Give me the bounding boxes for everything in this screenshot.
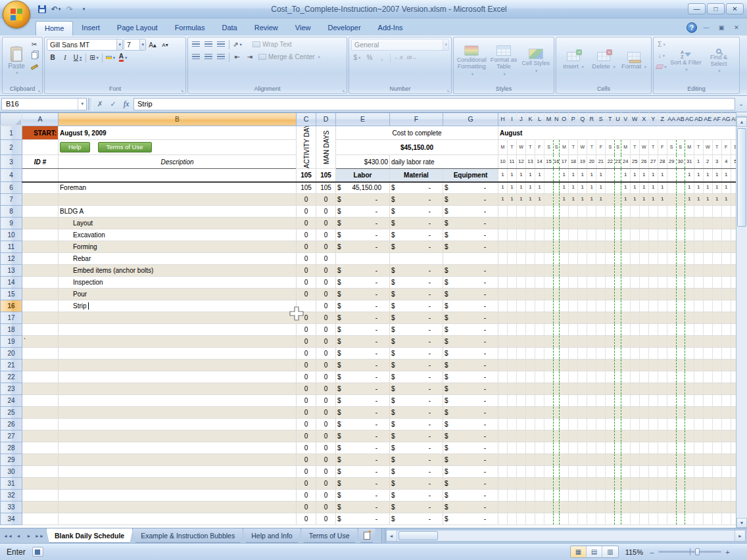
gantt-cell[interactable]: 1 (517, 194, 526, 206)
gantt-cell[interactable] (658, 218, 667, 229)
gantt-cell[interactable] (606, 383, 615, 395)
gantt-cell[interactable] (606, 206, 615, 218)
gantt-cell[interactable] (578, 407, 587, 419)
gantt-cell[interactable] (721, 348, 731, 360)
gantt-cell[interactable] (648, 265, 658, 277)
gantt-cell[interactable] (721, 312, 731, 324)
gantt-cell[interactable] (658, 419, 667, 431)
cell-B16[interactable]: Strip (59, 300, 297, 312)
restore-button[interactable]: □ (707, 3, 725, 14)
gantt-cell[interactable] (587, 348, 596, 360)
gantt-cell[interactable] (685, 277, 694, 289)
cell-E11[interactable]: $- (336, 241, 390, 253)
cell-D19[interactable]: 0 (316, 336, 336, 348)
cell-F15[interactable]: $- (390, 289, 443, 300)
cell-B9[interactable]: Layout (59, 218, 297, 229)
gantt-cell[interactable] (554, 371, 560, 383)
gantt-cell[interactable] (554, 348, 560, 360)
gantt-cell[interactable] (544, 218, 554, 229)
gantt-cell[interactable] (569, 206, 578, 218)
gantt-cell[interactable] (621, 348, 630, 360)
macro-record-icon[interactable] (32, 547, 43, 557)
cell-F9[interactable]: $- (390, 218, 443, 229)
gantt-cell[interactable] (606, 431, 615, 442)
gantt-cell[interactable] (535, 218, 544, 229)
gantt-cell[interactable] (615, 371, 621, 383)
gantt-cell[interactable]: 1 (596, 182, 606, 194)
gantt-cell[interactable] (648, 454, 658, 466)
zoom-level[interactable]: 115% (623, 548, 643, 556)
row-header-31[interactable]: 31 (1, 478, 22, 490)
gantt-cell[interactable]: 1 (535, 194, 544, 206)
column-header-W[interactable]: W (630, 113, 639, 126)
gantt-cell[interactable] (569, 277, 578, 289)
gantt-cell[interactable]: 1 (658, 194, 667, 206)
gantt-cell[interactable] (703, 431, 712, 442)
gantt-cell[interactable] (606, 336, 615, 348)
gantt-cell[interactable]: 1 (621, 182, 630, 194)
row-header-34[interactable]: 34 (1, 513, 22, 525)
gantt-cell[interactable] (560, 336, 569, 348)
italic-button[interactable]: I (59, 52, 71, 63)
day-number-cell[interactable]: 25 (630, 155, 639, 169)
gantt-cell[interactable] (587, 241, 596, 253)
gantt-cell[interactable] (712, 348, 721, 360)
gantt-cell[interactable] (517, 348, 526, 360)
cell-G6[interactable]: $- (443, 182, 498, 194)
sort-filter-button[interactable]: AZSort & Filter▾ (669, 39, 702, 83)
row-header-3[interactable]: 3 (1, 155, 22, 169)
scroll-down-icon[interactable]: ▼ (736, 518, 747, 528)
gantt-cell[interactable] (721, 502, 731, 513)
day-of-week-cell[interactable]: S (615, 140, 621, 155)
gantt-cell[interactable] (526, 253, 535, 265)
gantt-cell[interactable] (535, 253, 544, 265)
gantt-cell[interactable] (554, 277, 560, 289)
day-number-cell[interactable]: 20 (587, 155, 596, 169)
gantt-cell[interactable] (694, 289, 703, 300)
gantt-cell[interactable] (554, 253, 560, 265)
gantt-cell[interactable] (606, 277, 615, 289)
gantt-cell[interactable] (703, 513, 712, 525)
cell-C20[interactable]: 0 (297, 348, 316, 360)
gantt-cell[interactable] (596, 300, 606, 312)
cell-E13[interactable]: $- (336, 265, 390, 277)
row-header-18[interactable]: 18 (1, 324, 22, 336)
cell-B24[interactable] (59, 395, 297, 407)
cell-G27[interactable]: $- (443, 431, 498, 442)
column-header-J[interactable]: J (517, 113, 526, 126)
gantt-cell[interactable] (508, 265, 517, 277)
gantt-cell[interactable] (587, 253, 596, 265)
day-of-week-cell[interactable]: F (535, 140, 544, 155)
gantt-cell[interactable]: 1 (694, 182, 703, 194)
row-header-25[interactable]: 25 (1, 407, 22, 419)
gantt-cell[interactable] (578, 360, 587, 371)
column-header-N[interactable]: N (554, 113, 560, 126)
gantt-cell[interactable] (685, 431, 694, 442)
gantt-cell[interactable] (630, 395, 639, 407)
gantt-cell[interactable] (712, 502, 721, 513)
gantt-cell[interactable] (694, 241, 703, 253)
cell-G34[interactable]: $- (443, 513, 498, 525)
cell-E21[interactable]: $- (336, 360, 390, 371)
gantt-cell[interactable] (685, 419, 694, 431)
row-header-26[interactable]: 26 (1, 419, 22, 431)
gantt-cell[interactable] (694, 253, 703, 265)
cell-A9[interactable] (22, 218, 59, 229)
align-left-button[interactable] (190, 51, 202, 62)
gantt-cell[interactable] (560, 502, 569, 513)
next-sheet-button[interactable]: ► (24, 530, 34, 541)
gantt-cell[interactable] (712, 431, 721, 442)
gantt-cell[interactable] (639, 502, 648, 513)
row-header-29[interactable]: 29 (1, 454, 22, 466)
cell-G28[interactable]: $- (443, 442, 498, 454)
gantt-cell[interactable] (721, 277, 731, 289)
cell-D24[interactable]: 0 (316, 395, 336, 407)
gantt-cell[interactable] (526, 300, 535, 312)
gantt-cell[interactable] (560, 371, 569, 383)
font-name-select[interactable]: Gill Sans MT▾ (47, 39, 123, 51)
gantt-cell[interactable]: 1 (526, 182, 535, 194)
gantt-cell[interactable] (508, 312, 517, 324)
column-header-E[interactable]: E (336, 113, 390, 126)
row-header-4[interactable]: 4 (1, 169, 22, 182)
cell-A29[interactable] (22, 454, 59, 466)
